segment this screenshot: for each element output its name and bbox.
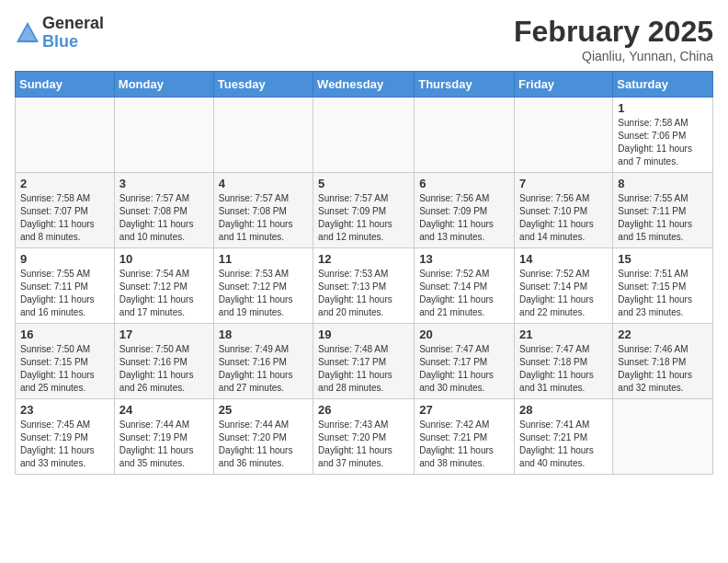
day-number: 14 — [519, 252, 608, 266]
calendar-cell: 22Sunrise: 7:46 AMSunset: 7:18 PMDayligh… — [613, 324, 713, 399]
calendar-cell: 10Sunrise: 7:54 AMSunset: 7:12 PMDayligh… — [114, 248, 213, 324]
calendar-cell: 1Sunrise: 7:58 AMSunset: 7:06 PMDaylight… — [613, 98, 713, 173]
day-number: 26 — [318, 403, 409, 417]
calendar-cell: 7Sunrise: 7:56 AMSunset: 7:10 PMDaylight… — [515, 173, 613, 248]
calendar-cell: 19Sunrise: 7:48 AMSunset: 7:17 PMDayligh… — [313, 324, 415, 399]
day-info: Sunrise: 7:58 AMSunset: 7:07 PMDaylight:… — [20, 192, 109, 244]
calendar-cell: 3Sunrise: 7:57 AMSunset: 7:08 PMDaylight… — [114, 173, 213, 248]
calendar-cell: 16Sunrise: 7:50 AMSunset: 7:15 PMDayligh… — [16, 324, 115, 399]
day-info: Sunrise: 7:43 AMSunset: 7:20 PMDaylight:… — [318, 419, 409, 470]
day-number: 18 — [219, 327, 308, 341]
day-info: Sunrise: 7:57 AMSunset: 7:08 PMDaylight:… — [219, 192, 308, 244]
day-number: 3 — [119, 177, 209, 190]
calendar-weekday-monday: Monday — [114, 72, 213, 98]
day-info: Sunrise: 7:52 AMSunset: 7:14 PMDaylight:… — [519, 268, 608, 319]
day-number: 6 — [419, 177, 509, 190]
day-info: Sunrise: 7:57 AMSunset: 7:09 PMDaylight:… — [318, 192, 409, 244]
day-number: 22 — [618, 327, 708, 341]
calendar-cell: 20Sunrise: 7:47 AMSunset: 7:17 PMDayligh… — [415, 324, 515, 399]
day-info: Sunrise: 7:55 AMSunset: 7:11 PMDaylight:… — [618, 192, 708, 244]
day-number: 23 — [20, 403, 109, 417]
day-number: 24 — [119, 403, 209, 417]
day-number: 8 — [618, 177, 708, 190]
day-info: Sunrise: 7:47 AMSunset: 7:18 PMDaylight:… — [519, 343, 608, 395]
day-number: 7 — [519, 177, 608, 190]
day-info: Sunrise: 7:56 AMSunset: 7:10 PMDaylight:… — [519, 192, 608, 244]
day-number: 21 — [519, 327, 608, 341]
logo-general-text: General — [42, 15, 104, 33]
calendar-cell — [16, 98, 115, 173]
calendar-cell: 8Sunrise: 7:55 AMSunset: 7:11 PMDaylight… — [613, 173, 713, 248]
day-number: 10 — [119, 252, 209, 266]
calendar-week-row: 1Sunrise: 7:58 AMSunset: 7:06 PMDaylight… — [16, 98, 713, 173]
calendar-cell: 2Sunrise: 7:58 AMSunset: 7:07 PMDaylight… — [16, 173, 115, 248]
day-number: 9 — [20, 252, 109, 266]
calendar-weekday-sunday: Sunday — [16, 72, 115, 98]
calendar-cell: 21Sunrise: 7:47 AMSunset: 7:18 PMDayligh… — [515, 324, 613, 399]
calendar-table: SundayMondayTuesdayWednesdayThursdayFrid… — [15, 71, 713, 475]
day-info: Sunrise: 7:45 AMSunset: 7:19 PMDaylight:… — [20, 419, 109, 470]
day-info: Sunrise: 7:58 AMSunset: 7:06 PMDaylight:… — [618, 117, 708, 168]
calendar-weekday-tuesday: Tuesday — [213, 72, 313, 98]
calendar-cell: 6Sunrise: 7:56 AMSunset: 7:09 PMDaylight… — [415, 173, 515, 248]
day-info: Sunrise: 7:41 AMSunset: 7:21 PMDaylight:… — [519, 419, 608, 470]
day-number: 12 — [318, 252, 409, 266]
calendar-cell: 28Sunrise: 7:41 AMSunset: 7:21 PMDayligh… — [515, 399, 613, 475]
calendar-cell: 11Sunrise: 7:53 AMSunset: 7:12 PMDayligh… — [213, 248, 313, 324]
day-number: 11 — [219, 252, 308, 266]
calendar-cell — [515, 98, 613, 173]
calendar-cell: 24Sunrise: 7:44 AMSunset: 7:19 PMDayligh… — [114, 399, 213, 475]
day-number: 2 — [20, 177, 109, 190]
day-info: Sunrise: 7:57 AMSunset: 7:08 PMDaylight:… — [119, 192, 209, 244]
calendar-cell — [613, 399, 713, 475]
calendar-weekday-saturday: Saturday — [613, 72, 713, 98]
day-info: Sunrise: 7:53 AMSunset: 7:13 PMDaylight:… — [318, 268, 409, 319]
day-number: 20 — [419, 327, 509, 341]
calendar-cell — [213, 98, 313, 173]
day-info: Sunrise: 7:47 AMSunset: 7:17 PMDaylight:… — [419, 343, 509, 395]
calendar-cell: 15Sunrise: 7:51 AMSunset: 7:15 PMDayligh… — [613, 248, 713, 324]
calendar-cell: 23Sunrise: 7:45 AMSunset: 7:19 PMDayligh… — [16, 399, 115, 475]
calendar-cell: 25Sunrise: 7:44 AMSunset: 7:20 PMDayligh… — [213, 399, 313, 475]
day-number: 19 — [318, 327, 409, 341]
day-number: 25 — [219, 403, 308, 417]
day-number: 17 — [119, 327, 209, 341]
calendar-week-row: 9Sunrise: 7:55 AMSunset: 7:11 PMDaylight… — [16, 248, 713, 324]
page-header: General Blue February 2025 Qianliu, Yunn… — [15, 15, 713, 63]
title-block: February 2025 Qianliu, Yunnan, China — [514, 15, 713, 63]
calendar-cell: 4Sunrise: 7:57 AMSunset: 7:08 PMDaylight… — [213, 173, 313, 248]
day-number: 15 — [618, 252, 708, 266]
day-info: Sunrise: 7:55 AMSunset: 7:11 PMDaylight:… — [20, 268, 109, 319]
day-number: 28 — [519, 403, 608, 417]
calendar-cell: 27Sunrise: 7:42 AMSunset: 7:21 PMDayligh… — [415, 399, 515, 475]
day-info: Sunrise: 7:51 AMSunset: 7:15 PMDaylight:… — [618, 268, 708, 319]
calendar-weekday-thursday: Thursday — [415, 72, 515, 98]
calendar-week-row: 16Sunrise: 7:50 AMSunset: 7:15 PMDayligh… — [16, 324, 713, 399]
day-number: 4 — [219, 177, 308, 190]
day-info: Sunrise: 7:42 AMSunset: 7:21 PMDaylight:… — [419, 419, 509, 470]
day-info: Sunrise: 7:48 AMSunset: 7:17 PMDaylight:… — [318, 343, 409, 395]
day-info: Sunrise: 7:52 AMSunset: 7:14 PMDaylight:… — [419, 268, 509, 319]
calendar-header-row: SundayMondayTuesdayWednesdayThursdayFrid… — [16, 72, 713, 98]
day-info: Sunrise: 7:44 AMSunset: 7:20 PMDaylight:… — [219, 419, 308, 470]
day-info: Sunrise: 7:50 AMSunset: 7:15 PMDaylight:… — [20, 343, 109, 395]
calendar-cell — [415, 98, 515, 173]
day-number: 13 — [419, 252, 509, 266]
logo-blue-text: Blue — [42, 33, 104, 52]
calendar-cell: 13Sunrise: 7:52 AMSunset: 7:14 PMDayligh… — [415, 248, 515, 324]
day-info: Sunrise: 7:44 AMSunset: 7:19 PMDaylight:… — [119, 419, 209, 470]
day-number: 1 — [618, 101, 708, 115]
calendar-cell: 9Sunrise: 7:55 AMSunset: 7:11 PMDaylight… — [16, 248, 115, 324]
month-title: February 2025 — [514, 15, 713, 49]
day-number: 5 — [318, 177, 409, 190]
calendar-cell: 26Sunrise: 7:43 AMSunset: 7:20 PMDayligh… — [313, 399, 415, 475]
day-info: Sunrise: 7:53 AMSunset: 7:12 PMDaylight:… — [219, 268, 308, 319]
calendar-week-row: 2Sunrise: 7:58 AMSunset: 7:07 PMDaylight… — [16, 173, 713, 248]
day-info: Sunrise: 7:46 AMSunset: 7:18 PMDaylight:… — [618, 343, 708, 395]
calendar-cell — [114, 98, 213, 173]
calendar-week-row: 23Sunrise: 7:45 AMSunset: 7:19 PMDayligh… — [16, 399, 713, 475]
day-info: Sunrise: 7:50 AMSunset: 7:16 PMDaylight:… — [119, 343, 209, 395]
location-subtitle: Qianliu, Yunnan, China — [514, 49, 713, 63]
calendar-cell: 12Sunrise: 7:53 AMSunset: 7:13 PMDayligh… — [313, 248, 415, 324]
day-number: 27 — [419, 403, 509, 417]
